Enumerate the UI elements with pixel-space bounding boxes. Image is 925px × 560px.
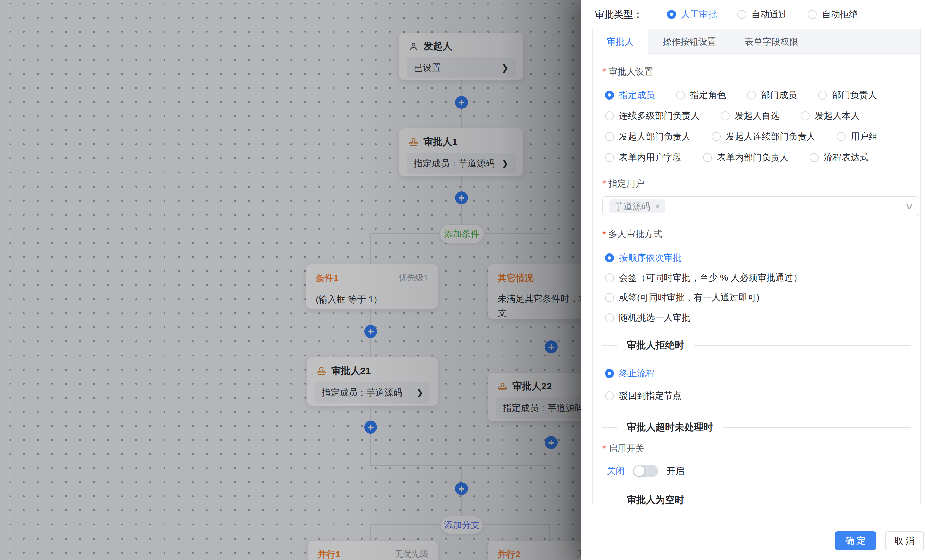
radio-dot [801, 111, 810, 120]
radio-starter-choose[interactable]: 发起人自选 [721, 110, 780, 122]
radio-dot [667, 10, 676, 19]
radio-dot [737, 10, 746, 19]
radio-label: 连续多级部门负责人 [619, 110, 700, 122]
enable-switch-label: * 启用开关 [603, 443, 644, 455]
radio-label: 发起人部门负责人 [619, 131, 691, 143]
radio-label: 部门成员 [761, 89, 797, 101]
radio-dot [721, 111, 730, 120]
on-timeout-divider: 审批人超时未处理时 [603, 422, 911, 433]
required-asterisk: * [603, 66, 606, 77]
cancel-button[interactable]: 取 消 [885, 531, 924, 550]
radio-dot [605, 313, 614, 322]
radio-label: 指定角色 [690, 89, 726, 101]
multi-approve-label: * 多人审批方式 [603, 229, 662, 240]
radio-label: 人工审批 [681, 8, 717, 21]
radio-countersign[interactable]: 会签（可同时审批，至少 % 人必须审批通过） [605, 272, 802, 284]
radio-dot [818, 90, 827, 99]
radio-label: 按顺序依次审批 [619, 252, 682, 264]
radio-dot [605, 253, 614, 262]
radio-label: 表单内用户字段 [619, 151, 682, 164]
radio-starter-self[interactable]: 发起人本人 [801, 110, 860, 122]
tag-close-icon[interactable]: × [655, 201, 660, 212]
radio-random-one[interactable]: 随机挑选一人审批 [605, 312, 691, 324]
multi-approve-option: 按顺序依次审批 [605, 252, 682, 263]
radio-dot [808, 10, 817, 19]
radio-starter-multi-dept-leader[interactable]: 发起人连续部门负责人 [712, 131, 815, 143]
radio-sequential-approve[interactable]: 按顺序依次审批 [605, 252, 682, 264]
tab-button-settings[interactable]: 操作按钮设置 [648, 29, 731, 54]
radio-process-expression[interactable]: 流程表达式 [810, 151, 869, 164]
radio-dot [837, 132, 846, 141]
radio-label: 发起人自选 [735, 110, 780, 122]
user-tag-label: 芋道源码 [615, 200, 650, 212]
radio-dot [810, 153, 819, 162]
confirm-button[interactable]: 确 定 [835, 531, 876, 550]
approver-setting-row1: 指定成员 指定角色 部门成员 部门负责人 [605, 89, 877, 101]
radio-starter-dept-leader[interactable]: 发起人部门负责人 [605, 131, 691, 143]
tab-content: * 审批人设置 指定成员 指定角色 部门成员 部门负责人 连续多级部门负责人 发… [593, 54, 920, 505]
radio-label: 表单内部门负责人 [717, 151, 789, 164]
radio-manual-approve[interactable]: 人工审批 [667, 8, 717, 21]
multi-approve-option: 随机挑选一人审批 [605, 312, 691, 323]
divider-line [603, 345, 617, 346]
radio-dot [676, 90, 685, 99]
radio-form-user-field[interactable]: 表单内用户字段 [605, 151, 682, 164]
radio-label: 指定成员 [619, 89, 655, 101]
modal-overlay [0, 0, 581, 560]
radio-label: 自动通过 [752, 8, 787, 21]
radio-dot [605, 132, 614, 141]
radio-dot [747, 90, 756, 99]
approve-type-label: 审批类型： [595, 8, 643, 21]
user-tag[interactable]: 芋道源码 × [609, 199, 665, 214]
radio-dot [712, 132, 721, 141]
approver-setting-label: * 审批人设置 [603, 66, 653, 77]
radio-dot [605, 153, 614, 162]
radio-dept-leader[interactable]: 部门负责人 [818, 89, 877, 101]
chevron-down-icon: ∨ [905, 202, 913, 212]
divider-line [723, 427, 911, 428]
radio-dept-member[interactable]: 部门成员 [747, 89, 797, 101]
assign-user-label: * 指定用户 [603, 178, 644, 190]
timeout-switch-row: 关闭 开启 [607, 464, 684, 478]
approver-setting-row2: 连续多级部门负责人 发起人自选 发起人本人 [605, 110, 860, 122]
radio-dot [605, 90, 614, 99]
assign-user-select[interactable]: 芋道源码 × ∨ [603, 196, 919, 216]
radio-dot [605, 111, 614, 120]
divider-line [603, 500, 617, 500]
radio-return-to-node[interactable]: 驳回到指定节点 [605, 390, 682, 402]
radio-assign-member[interactable]: 指定成员 [605, 89, 655, 101]
radio-label: 流程表达式 [824, 151, 869, 164]
radio-label: 发起人本人 [815, 110, 860, 122]
on-reject-option: 终止流程 [605, 367, 655, 379]
on-timeout-title: 审批人超时未处理时 [627, 421, 713, 434]
radio-auto-pass[interactable]: 自动通过 [737, 8, 787, 21]
approver-setting-row4: 表单内用户字段 表单内部门负责人 流程表达式 [605, 152, 869, 163]
switch-on-label: 开启 [666, 465, 684, 477]
radio-auto-reject[interactable]: 自动拒绝 [808, 8, 858, 21]
radio-dot [605, 391, 614, 400]
radio-multi-level-dept-leader[interactable]: 连续多级部门负责人 [605, 110, 700, 122]
multi-approve-option: 或签(可同时审批，有一人通过即可) [605, 292, 759, 303]
required-asterisk: * [603, 444, 606, 454]
radio-label: 部门负责人 [832, 89, 877, 101]
required-asterisk: * [603, 179, 606, 189]
settings-tab-card: 审批人 操作按钮设置 表单字段权限 * 审批人设置 指定成员 指定角色 部门成员… [592, 29, 921, 505]
radio-orsign[interactable]: 或签(可同时审批，有一人通过即可) [605, 292, 759, 304]
tab-form-field-permissions[interactable]: 表单字段权限 [731, 29, 812, 54]
approver-setting-row3: 发起人部门负责人 发起人连续部门负责人 用户组 [605, 131, 878, 142]
on-reject-title: 审批人拒绝时 [627, 339, 684, 352]
tab-approver[interactable]: 审批人 [593, 29, 648, 54]
radio-user-group[interactable]: 用户组 [837, 131, 878, 143]
approve-type-row: 审批类型： 人工审批 自动通过 自动拒绝 [595, 0, 858, 29]
timeout-toggle[interactable] [633, 465, 658, 477]
tab-strip: 审批人 操作按钮设置 表单字段权限 [593, 29, 920, 54]
on-empty-divider: 审批人为空时 [603, 494, 911, 505]
radio-terminate-process[interactable]: 终止流程 [605, 367, 655, 379]
radio-dot [605, 369, 614, 378]
radio-assign-role[interactable]: 指定角色 [676, 89, 726, 101]
radio-dot [605, 273, 614, 282]
radio-dot [605, 293, 614, 302]
divider-line [694, 345, 911, 346]
radio-label: 用户组 [851, 131, 878, 143]
radio-form-dept-leader[interactable]: 表单内部门负责人 [703, 151, 789, 164]
